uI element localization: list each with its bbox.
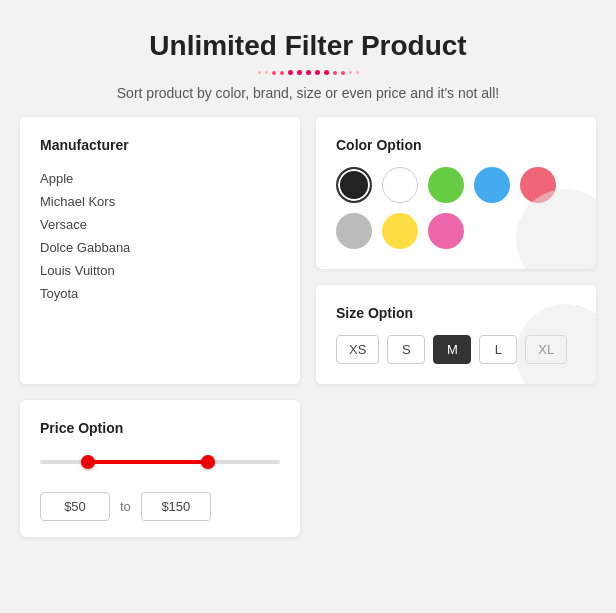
price-card: Price Option to — [20, 400, 300, 537]
size-card: Size Option XSSMLXL — [316, 285, 596, 384]
dot — [306, 70, 311, 75]
price-separator: to — [120, 499, 131, 514]
slider-track — [40, 460, 280, 464]
dot — [315, 70, 320, 75]
dot — [265, 71, 268, 74]
list-item[interactable]: Versace — [40, 213, 280, 236]
size-btn-l[interactable]: L — [479, 335, 517, 364]
color-title: Color Option — [336, 137, 576, 153]
manufacturer-list: Apple Michael Kors Versace Dolce Gabbana… — [40, 167, 280, 305]
price-slider[interactable] — [40, 452, 280, 472]
list-item[interactable]: Toyota — [40, 282, 280, 305]
color-swatch-black[interactable] — [336, 167, 372, 203]
size-btn-m[interactable]: M — [433, 335, 471, 364]
main-grid: Manufacturer Apple Michael Kors Versace … — [20, 117, 596, 537]
size-btn-s[interactable]: S — [387, 335, 425, 364]
color-swatch-gray[interactable] — [336, 213, 372, 249]
price-title: Price Option — [40, 420, 280, 436]
price-inputs: to — [40, 492, 280, 521]
page-subtitle: Sort product by color, brand, size or ev… — [20, 85, 596, 101]
dot — [333, 71, 337, 75]
page-header: Unlimited Filter Product Sort product by… — [20, 30, 596, 101]
dot — [297, 70, 302, 75]
color-swatch-green[interactable] — [428, 167, 464, 203]
dot — [280, 71, 284, 75]
dotted-divider — [20, 70, 596, 75]
slider-thumb-left[interactable] — [81, 455, 95, 469]
list-item[interactable]: Michael Kors — [40, 190, 280, 213]
size-btn-xs[interactable]: XS — [336, 335, 379, 364]
price-max-input[interactable] — [141, 492, 211, 521]
dot — [272, 71, 276, 75]
dot — [324, 70, 329, 75]
slider-thumb-right[interactable] — [201, 455, 215, 469]
color-swatch-blue[interactable] — [474, 167, 510, 203]
list-item[interactable]: Apple — [40, 167, 280, 190]
price-min-input[interactable] — [40, 492, 110, 521]
dot — [356, 71, 359, 74]
dot — [349, 71, 352, 74]
list-item[interactable]: Louis Vuitton — [40, 259, 280, 282]
color-swatch-magenta[interactable] — [428, 213, 464, 249]
manufacturer-title: Manufacturer — [40, 137, 280, 153]
slider-fill — [88, 460, 208, 464]
color-swatch-white[interactable] — [382, 167, 418, 203]
dot — [341, 71, 345, 75]
page-title: Unlimited Filter Product — [20, 30, 596, 62]
manufacturer-card: Manufacturer Apple Michael Kors Versace … — [20, 117, 300, 384]
dot — [258, 71, 261, 74]
color-swatch-yellow[interactable] — [382, 213, 418, 249]
color-card: Color Option — [316, 117, 596, 269]
dot — [288, 70, 293, 75]
list-item[interactable]: Dolce Gabbana — [40, 236, 280, 259]
color-size-wrapper: Color Option Size Option XSSMLXL — [316, 117, 596, 384]
